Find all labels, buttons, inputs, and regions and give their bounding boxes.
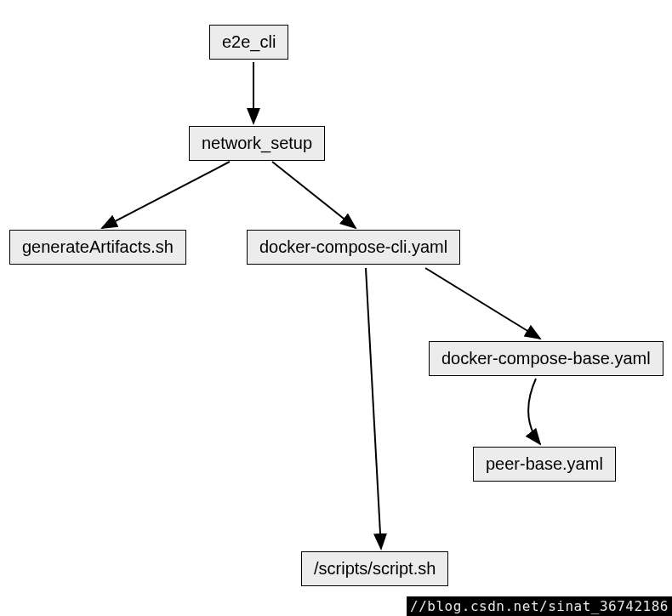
node-label: peer-base.yaml (486, 454, 603, 473)
node-label: generateArtifacts.sh (22, 237, 174, 256)
diagram-edges (0, 0, 672, 616)
node-peer-base: peer-base.yaml (473, 447, 616, 482)
node-docker-compose-base: docker-compose-base.yaml (429, 341, 663, 376)
node-script: /scripts/script.sh (301, 551, 448, 586)
svg-line-5 (366, 268, 381, 549)
svg-line-2 (102, 162, 230, 228)
watermark: //blog.csdn.net/sinat_36742186 (407, 596, 672, 616)
svg-line-3 (272, 162, 356, 228)
node-docker-compose-cli: docker-compose-cli.yaml (247, 230, 460, 265)
watermark-text: //blog.csdn.net/sinat_36742186 (410, 598, 669, 614)
node-label: e2e_cli (222, 32, 276, 51)
svg-line-4 (425, 268, 540, 339)
node-e2e-cli: e2e_cli (209, 25, 288, 60)
node-label: /scripts/script.sh (314, 559, 436, 578)
node-generate-artifacts: generateArtifacts.sh (9, 230, 186, 265)
node-label: docker-compose-base.yaml (441, 349, 651, 368)
node-label: network_setup (202, 134, 312, 152)
node-network-setup: network_setup (189, 126, 325, 161)
node-label: docker-compose-cli.yaml (259, 237, 447, 256)
